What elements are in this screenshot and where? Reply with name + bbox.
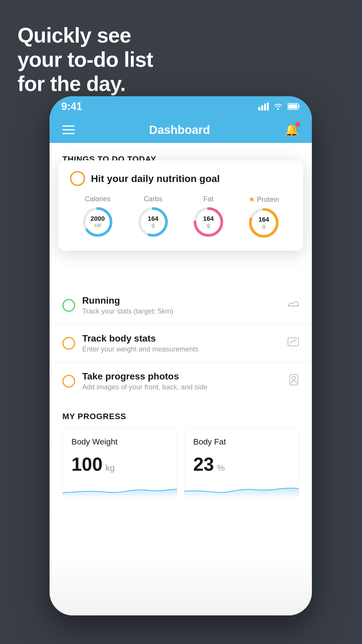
wifi-icon bbox=[273, 102, 283, 111]
svg-rect-2 bbox=[264, 104, 266, 111]
signal-icon bbox=[258, 102, 269, 111]
scale-icon bbox=[287, 337, 299, 350]
protein-unit: g bbox=[259, 223, 269, 230]
nav-bar: Dashboard 🔔 bbox=[50, 117, 312, 143]
headline-text: Quickly see your to-do list for the day. bbox=[17, 23, 153, 96]
task-circle-nutrition[interactable] bbox=[70, 171, 85, 186]
body-fat-chart bbox=[184, 481, 299, 498]
notification-bell[interactable]: 🔔 bbox=[284, 123, 299, 137]
svg-rect-1 bbox=[261, 105, 263, 111]
battery-icon bbox=[287, 103, 300, 110]
todo-item-running[interactable]: Running Track your stats (target: 5km) bbox=[50, 286, 312, 324]
calories-value: 2000 bbox=[91, 215, 105, 222]
carbs-ring: 164 g bbox=[137, 206, 169, 238]
body-weight-title: Body Weight bbox=[71, 437, 168, 447]
bottom-shadow bbox=[50, 557, 312, 615]
todo-subtitle-running: Track your stats (target: 5km) bbox=[82, 307, 280, 315]
protein-ring: 164 g bbox=[248, 207, 280, 239]
fat-ring: 164 g bbox=[192, 206, 224, 238]
todo-title-running: Running bbox=[82, 295, 280, 306]
todo-title-photos: Take progress photos bbox=[82, 371, 282, 382]
body-fat-title: Body Fat bbox=[193, 437, 290, 447]
todo-item-body-stats[interactable]: Track body stats Enter your weight and m… bbox=[50, 324, 312, 362]
todo-text-running: Running Track your stats (target: 5km) bbox=[82, 295, 280, 315]
protein-label: Protein bbox=[257, 195, 279, 204]
progress-header: MY PROGRESS bbox=[62, 412, 299, 421]
nutrition-carbs: Carbs 164 g bbox=[137, 195, 169, 238]
nutrition-card: Hit your daily nutrition goal Calories 2… bbox=[58, 160, 303, 251]
notification-dot bbox=[296, 122, 300, 127]
body-fat-unit: % bbox=[217, 463, 225, 473]
todo-item-photos[interactable]: Take progress photos Add images of your … bbox=[50, 362, 312, 400]
todo-title-body-stats: Track body stats bbox=[82, 333, 280, 344]
svg-rect-7 bbox=[288, 104, 297, 108]
svg-point-4 bbox=[277, 108, 279, 110]
fat-unit: g bbox=[203, 223, 214, 229]
todo-subtitle-body-stats: Enter your weight and measurements bbox=[82, 345, 280, 353]
progress-cards: Body Weight 100 kg bbox=[62, 428, 299, 499]
fat-value: 164 bbox=[203, 215, 214, 222]
main-content: THINGS TO DO TODAY Hit your daily nutrit… bbox=[50, 143, 312, 615]
nutrition-row: Calories 2000 cal Carbs bbox=[70, 195, 291, 239]
progress-card-weight[interactable]: Body Weight 100 kg bbox=[62, 428, 177, 499]
body-weight-value: 100 bbox=[71, 454, 103, 475]
todo-circle-photos bbox=[62, 375, 75, 388]
svg-rect-3 bbox=[267, 102, 269, 111]
hamburger-menu[interactable] bbox=[62, 125, 75, 134]
star-icon: ★ bbox=[248, 195, 255, 204]
svg-rect-0 bbox=[258, 107, 260, 111]
carbs-label: Carbs bbox=[144, 195, 162, 203]
todo-text-body-stats: Track body stats Enter your weight and m… bbox=[82, 333, 280, 353]
nutrition-fat: Fat 164 g bbox=[192, 195, 224, 238]
nutrition-protein: ★ Protein 164 g bbox=[248, 195, 280, 239]
status-time: 9:41 bbox=[61, 100, 82, 113]
todo-circle-body-stats bbox=[62, 337, 75, 350]
carbs-unit: g bbox=[148, 223, 159, 229]
calories-ring: 2000 cal bbox=[82, 206, 114, 238]
body-fat-value: 23 bbox=[193, 454, 214, 475]
svg-point-18 bbox=[292, 376, 296, 380]
status-icons bbox=[258, 102, 300, 111]
status-bar: 9:41 bbox=[50, 96, 312, 117]
todo-subtitle-photos: Add images of your front, back, and side bbox=[82, 383, 282, 391]
protein-value: 164 bbox=[259, 216, 269, 223]
nav-title: Dashboard bbox=[149, 123, 210, 136]
body-weight-unit: kg bbox=[106, 463, 115, 473]
card-title: Hit your daily nutrition goal bbox=[91, 173, 220, 184]
protein-label-row: ★ Protein bbox=[248, 195, 279, 204]
todo-list: Running Track your stats (target: 5km) T… bbox=[50, 286, 312, 499]
progress-section: MY PROGRESS Body Weight 100 kg bbox=[50, 400, 312, 499]
progress-card-fat[interactable]: Body Fat 23 % bbox=[184, 428, 299, 499]
fat-label: Fat bbox=[203, 195, 214, 203]
carbs-value: 164 bbox=[148, 215, 159, 222]
svg-rect-6 bbox=[298, 105, 300, 108]
card-title-row: Hit your daily nutrition goal bbox=[70, 171, 291, 186]
calories-unit: cal bbox=[91, 223, 105, 229]
todo-circle-running bbox=[62, 299, 75, 312]
body-fat-value-row: 23 % bbox=[193, 454, 290, 475]
body-weight-value-row: 100 kg bbox=[71, 454, 168, 475]
todo-text-photos: Take progress photos Add images of your … bbox=[82, 371, 282, 391]
shoe-icon bbox=[287, 299, 299, 312]
person-icon bbox=[289, 374, 299, 388]
calories-label: Calories bbox=[85, 195, 110, 203]
nutrition-calories: Calories 2000 cal bbox=[82, 195, 114, 238]
body-weight-chart bbox=[63, 481, 177, 498]
phone-frame: 9:41 bbox=[50, 96, 312, 615]
